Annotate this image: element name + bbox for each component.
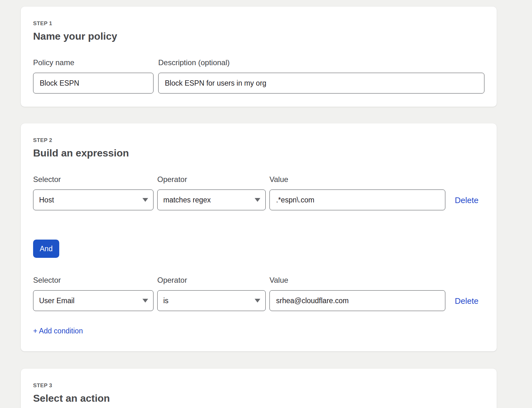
selector-label: Selector [33,276,153,284]
condition-row: Selector Host Operator matches regex Val… [33,176,484,210]
operator-value: is [163,297,169,305]
step1-card: STEP 1 Name your policy Policy name Desc… [21,7,497,107]
selector-label: Selector [33,176,153,183]
step3-card: STEP 3 Select an action [21,369,497,408]
operator-label: Operator [157,176,266,183]
step2-card: STEP 2 Build an expression Selector Host… [21,123,497,351]
step2-title: Build an expression [33,147,484,159]
step3-title: Select an action [33,392,484,404]
delete-condition-link[interactable]: Delete [455,296,478,306]
value-input[interactable] [269,190,445,210]
policy-name-input[interactable] [33,73,153,94]
step3-label: STEP 3 [33,382,484,389]
chevron-down-icon [255,198,260,202]
operator-dropdown[interactable]: is [157,290,266,311]
step1-label: STEP 1 [33,20,484,27]
selector-value: User Email [39,297,74,305]
chevron-down-icon [142,198,148,202]
add-condition-link[interactable]: + Add condition [33,327,83,335]
step2-label: STEP 2 [33,137,484,144]
step1-title: Name your policy [33,30,484,42]
description-input[interactable] [158,73,484,94]
chevron-down-icon [142,299,148,303]
description-label: Description (optional) [158,59,484,66]
operator-value: matches regex [163,196,211,204]
and-button[interactable]: And [33,240,59,258]
operator-dropdown[interactable]: matches regex [157,190,266,210]
value-input[interactable] [269,290,445,311]
value-label: Value [269,276,445,284]
selector-dropdown[interactable]: Host [33,190,153,210]
policy-name-label: Policy name [33,59,153,66]
selector-dropdown[interactable]: User Email [33,290,153,311]
delete-condition-link[interactable]: Delete [455,196,478,205]
value-label: Value [269,176,445,183]
chevron-down-icon [255,299,260,303]
operator-label: Operator [157,276,266,284]
selector-value: Host [39,196,54,204]
condition-row: Selector User Email Operator is Value [33,276,484,311]
